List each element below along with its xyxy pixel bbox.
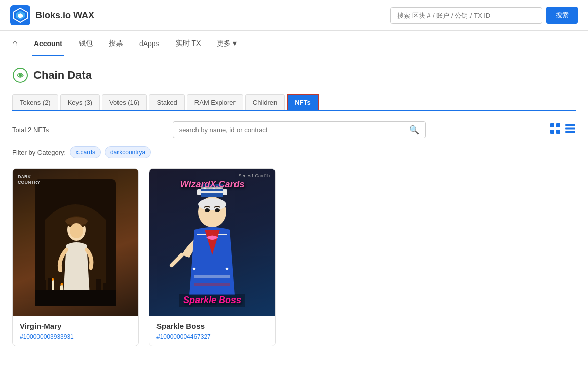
tab-votes[interactable]: Votes (16) xyxy=(102,94,147,110)
nav-item-more[interactable]: 更多 ▾ xyxy=(215,32,239,56)
tab-ram[interactable]: RAM Explorer xyxy=(187,94,243,110)
svg-text:★: ★ xyxy=(192,266,197,271)
svg-text:★: ★ xyxy=(225,266,229,271)
page: Chain Data Tokens (2) Keys (3) Votes (16… xyxy=(0,57,588,356)
logo-text: Bloks.io WAX xyxy=(35,10,94,21)
tab-tokens[interactable]: Tokens (2) xyxy=(12,94,58,110)
nft-total: Total 2 NFTs xyxy=(12,126,49,134)
nft-controls: Total 2 NFTs 🔍 xyxy=(12,121,576,138)
search-input[interactable] xyxy=(390,7,542,24)
virgin-mary-name: Virgin-Mary xyxy=(20,322,131,330)
svg-point-17 xyxy=(61,283,63,286)
svg-rect-9 xyxy=(556,130,560,134)
sparkle-boss-card-body: Sparkle Boss #100000004467327 xyxy=(149,316,275,346)
svg-rect-40 xyxy=(194,275,230,278)
wizardx-card-image: Series1 Card1b WizardX.Cards ★ ★ ★ xyxy=(149,169,275,316)
svg-rect-24 xyxy=(35,290,116,306)
svg-rect-12 xyxy=(565,131,575,133)
search-button[interactable]: 搜索 xyxy=(546,7,578,24)
virgin-mary-artwork xyxy=(35,179,116,306)
view-icons xyxy=(550,123,576,137)
svg-rect-32 xyxy=(201,191,223,193)
svg-point-37 xyxy=(215,208,220,212)
filter-label: Filter by Category: xyxy=(12,149,66,156)
nft-search-area: 🔍 xyxy=(173,121,426,138)
dark-country-label: DARKCOUNTRY xyxy=(18,174,40,185)
wizardx-series: Series1 Card1b xyxy=(238,173,270,178)
svg-rect-26 xyxy=(48,278,52,290)
svg-point-23 xyxy=(70,223,83,238)
svg-point-36 xyxy=(205,208,210,212)
chain-data-header: Chain Data xyxy=(12,67,576,83)
wizardx-title: WizardX.Cards xyxy=(180,179,245,190)
svg-rect-11 xyxy=(565,128,575,130)
svg-rect-41 xyxy=(194,283,230,286)
list-view-button[interactable] xyxy=(565,123,576,137)
logo-area: Bloks.io WAX xyxy=(10,5,94,25)
svg-rect-25 xyxy=(40,280,46,290)
nav-item-vote[interactable]: 投票 xyxy=(107,32,125,56)
search-area: 搜索 xyxy=(390,7,578,24)
svg-point-5 xyxy=(19,74,22,77)
svg-rect-7 xyxy=(556,123,560,127)
svg-rect-8 xyxy=(550,130,554,134)
tab-keys[interactable]: Keys (3) xyxy=(60,94,100,110)
sparkle-boss-id: #100000004467327 xyxy=(156,333,268,340)
chain-icon xyxy=(12,67,28,83)
grid-view-button[interactable] xyxy=(550,123,561,137)
filter-tag-darkcountrya[interactable]: darkcountrya xyxy=(105,146,151,158)
tabs: Tokens (2) Keys (3) Votes (16) Staked RA… xyxy=(12,94,576,111)
svg-rect-10 xyxy=(565,124,575,126)
nft-card-sparkle-boss[interactable]: Series1 Card1b WizardX.Cards ★ ★ ★ xyxy=(149,168,276,346)
svg-rect-6 xyxy=(550,123,554,127)
filter-tag-xcards[interactable]: x.cards xyxy=(70,146,101,158)
nav-item-wallet[interactable]: 钱包 xyxy=(76,32,95,56)
virgin-mary-id: #100000003933931 xyxy=(20,333,131,340)
header: Bloks.io WAX 搜索 xyxy=(0,0,588,31)
chain-title: Chain Data xyxy=(33,69,92,82)
dark-country-card-image: DARKCOUNTRY xyxy=(13,169,138,316)
search-icon: 🔍 xyxy=(409,125,419,135)
tab-children[interactable]: Children xyxy=(245,94,285,110)
list-icon xyxy=(565,123,576,134)
nav-item-livetx[interactable]: 实时 TX xyxy=(174,32,203,56)
nft-search-input[interactable] xyxy=(179,126,409,134)
nav-item-home[interactable]: ⌂ xyxy=(10,31,20,57)
nav-item-dapps[interactable]: dApps xyxy=(137,32,162,56)
filter-area: Filter by Category: x.cards darkcountrya xyxy=(12,146,576,158)
nav-item-account[interactable]: Account xyxy=(32,32,64,56)
nft-grid: DARKCOUNTRY xyxy=(12,168,576,346)
logo-icon xyxy=(10,5,30,25)
svg-point-35 xyxy=(198,198,226,210)
virgin-mary-card-body: Virgin-Mary #100000003933931 xyxy=(13,316,138,346)
tab-nfts[interactable]: NFTs xyxy=(287,94,319,110)
sparkle-boss-name: Sparkle Boss xyxy=(156,322,268,330)
nft-card-virgin-mary[interactable]: DARKCOUNTRY xyxy=(12,168,139,346)
sparkle-boss-artwork: ★ ★ ★ xyxy=(162,184,263,301)
navbar: ⌂ Account 钱包 投票 dApps 实时 TX 更多 ▾ xyxy=(0,31,588,57)
tab-staked[interactable]: Staked xyxy=(149,94,184,110)
svg-rect-28 xyxy=(103,283,110,290)
grid-icon xyxy=(550,123,561,134)
sparkle-boss-bottom-label: Sparkle Boss xyxy=(179,294,245,307)
svg-rect-27 xyxy=(96,279,101,290)
